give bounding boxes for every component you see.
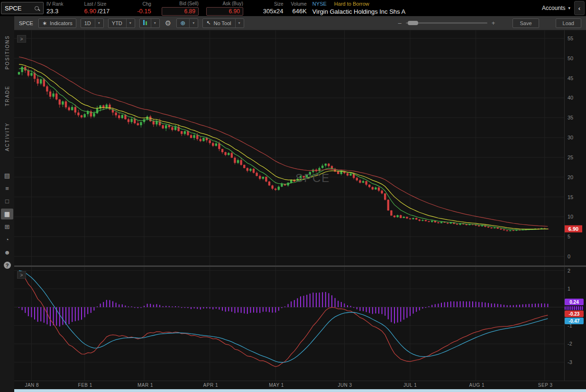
ask-button[interactable]: 6.90 — [206, 7, 243, 16]
timeframe-dropdown[interactable]: 1D ▾ — [81, 18, 104, 28]
x-axis-label: JAN 8 — [25, 383, 39, 388]
chart-type-dropdown[interactable]: ▾ — [139, 18, 160, 28]
svg-text:45: 45 — [568, 75, 573, 81]
x-axis-label: SEP 3 — [538, 383, 553, 388]
bid-label: Bid (Sell) — [162, 1, 199, 6]
svg-text:-2: -2 — [568, 341, 572, 346]
ask-label: Ask (Buy) — [206, 1, 243, 6]
svg-text:6.90: 6.90 — [568, 226, 578, 232]
last-size-label: Last / Size — [84, 1, 110, 7]
x-axis-label: FEB 1 — [78, 383, 92, 388]
history-clock-icon[interactable]: ◔ — [1, 234, 13, 245]
last-size-field: Last / Size 6.90/217 — [84, 1, 110, 15]
indicators-button-label: Indicators — [50, 20, 73, 26]
size-field: Size 305x24 — [263, 1, 284, 15]
chevron-down-icon: ▾ — [95, 19, 100, 27]
indicators-button[interactable]: ∗ Indicators — [38, 18, 76, 28]
drawing-tool-value: No Tool — [213, 20, 231, 26]
chart-symbol-label: SPCE — [19, 20, 33, 26]
zoom-out-button[interactable]: – — [398, 19, 402, 27]
watchlist-icon[interactable]: □ — [1, 196, 13, 207]
zoom-slider-handle[interactable] — [408, 21, 418, 25]
accounts-label: Accounts — [542, 5, 565, 11]
svg-text:15: 15 — [568, 194, 573, 200]
x-axis-label: APR 1 — [203, 383, 218, 388]
price-pane-expander[interactable]: > — [17, 35, 26, 43]
orders-list-icon[interactable]: ≡ — [1, 183, 13, 194]
change-label: Chg — [137, 1, 151, 7]
change-value: -0.15 — [137, 8, 151, 15]
x-axis-label: MAR 1 — [137, 383, 153, 388]
svg-text:35: 35 — [568, 115, 573, 120]
bid-button[interactable]: 6.89 — [162, 7, 199, 16]
ema-fast-line — [19, 68, 548, 230]
company-name: Virgin Galactic Holdings Inc Shs A — [312, 8, 405, 15]
last-size: /217 — [98, 8, 110, 15]
chevron-down-icon: ▾ — [568, 6, 570, 10]
follow-traders-icon[interactable]: ☻ — [1, 247, 13, 258]
svg-text:30: 30 — [568, 135, 573, 140]
drawing-tool-dropdown[interactable]: ↖ No Tool ▾ — [202, 18, 244, 28]
left-sidebar: POSITIONS TRADE ACTIVITY ▤ ≡ □ ▦ ⊞ ◔ ☻ ? — [0, 16, 14, 392]
macd-hist-legend-tag — [565, 306, 584, 310]
exchange-label: NYSE — [312, 1, 327, 7]
cursor-icon: ↖ — [206, 20, 211, 26]
crosshair-dropdown[interactable]: ⊕ ▾ — [176, 18, 198, 28]
svg-text:10: 10 — [568, 214, 573, 219]
sidebar-tab-activity[interactable]: ACTIVITY — [5, 122, 10, 151]
volume-label: Volume — [291, 1, 307, 7]
candlestick-series — [18, 65, 549, 231]
range-value: YTD — [112, 20, 122, 26]
ema-slow-line — [19, 57, 548, 227]
svg-text:0: 0 — [568, 254, 570, 259]
zoom-control: – + — [398, 19, 495, 27]
symbol-input-value: SPCE — [5, 5, 21, 12]
ask-field: Ask (Buy) 6.90 — [206, 1, 243, 16]
exchange-company-block: NYSE Hard to Borrow Virgin Galactic Hold… — [312, 1, 405, 15]
zoom-in-button[interactable]: + — [492, 19, 495, 27]
accounts-dropdown[interactable]: Accounts ▾ — [542, 5, 570, 11]
svg-text:25: 25 — [568, 155, 573, 160]
x-axis-label: AUG 1 — [469, 383, 485, 388]
last-price: 6.90 — [84, 8, 96, 15]
bid-value: 6.89 — [184, 8, 195, 15]
settings-gear-icon[interactable]: ⚙ — [164, 19, 172, 27]
quote-bar: SPCE IV Rank 23.3 Last / Size 6.90/217 C… — [0, 0, 586, 16]
iv-rank-label: IV Rank — [46, 1, 64, 7]
load-button[interactable]: Load — [556, 18, 581, 28]
indicators-star-icon: ∗ — [42, 20, 47, 27]
horizontal-scrollbar[interactable] — [14, 389, 586, 392]
macd-pane[interactable]: 21-1-2-3 — [14, 267, 586, 381]
range-dropdown[interactable]: YTD ▾ — [108, 18, 135, 28]
change-field: Chg -0.15 — [137, 1, 151, 15]
timeframe-value: 1D — [84, 20, 91, 26]
chevron-down-icon: ▾ — [189, 19, 194, 27]
chart-icon[interactable]: ▦ — [1, 209, 13, 219]
search-icon — [35, 6, 39, 10]
trading-app: SPCE IV Rank 23.3 Last / Size 6.90/217 C… — [0, 0, 586, 392]
sidebar-tab-positions[interactable]: POSITIONS — [5, 35, 10, 69]
iv-rank-field: IV Rank 23.3 — [46, 1, 64, 15]
macd-signal-line — [19, 271, 548, 363]
zoom-slider[interactable] — [406, 22, 487, 24]
macd-histogram — [19, 292, 548, 327]
chart-content: SPCE ∗ Indicators 1D ▾ YTD ▾ ▾ ⚙ — [14, 16, 586, 392]
grid-icon[interactable]: ⊞ — [1, 221, 13, 232]
svg-text:55: 55 — [568, 36, 573, 41]
macd-pane-expander[interactable]: > — [17, 271, 26, 279]
svg-text:-3: -3 — [568, 359, 572, 365]
chevron-down-icon: ▾ — [235, 19, 240, 27]
collapse-panel-button[interactable]: ‹ — [574, 1, 585, 15]
iv-rank-value: 23.3 — [46, 8, 64, 15]
performance-icon[interactable]: ▤ — [1, 170, 13, 181]
borrow-status: Hard to Borrow — [334, 1, 369, 7]
sidebar-tab-trade[interactable]: TRADE — [5, 85, 10, 106]
help-icon[interactable]: ? — [1, 260, 13, 271]
svg-text:5: 5 — [568, 234, 570, 239]
last-size-value: 6.90/217 — [84, 8, 110, 15]
symbol-search-box[interactable]: SPCE — [1, 2, 44, 14]
save-button[interactable]: Save — [513, 18, 539, 28]
price-chart[interactable]: 55504540353025201510506.90 — [14, 30, 586, 265]
size-value: 305x24 — [263, 8, 284, 15]
ema-mid-line — [19, 64, 548, 229]
